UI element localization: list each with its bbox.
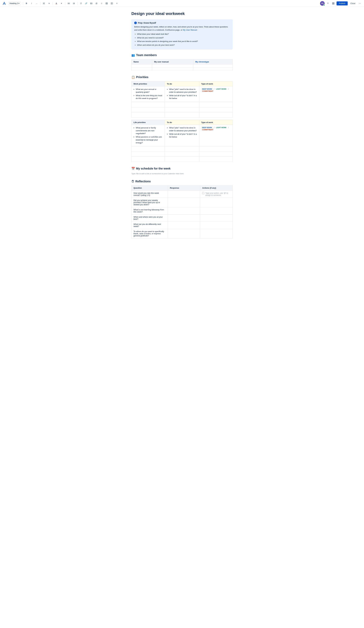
task-button[interactable]: ☑ bbox=[79, 1, 83, 5]
reflection-action-cell[interactable] bbox=[200, 229, 233, 238]
table-cell[interactable] bbox=[199, 157, 233, 162]
reflection-action-cell[interactable] bbox=[200, 207, 233, 215]
reflection-response-cell[interactable] bbox=[168, 207, 200, 215]
templates-button[interactable] bbox=[331, 1, 335, 5]
emoji-button[interactable]: ☺ bbox=[99, 1, 104, 5]
table-cell[interactable] bbox=[193, 64, 232, 67]
work-todo-cell[interactable]: What "jobs" need to be done in order to … bbox=[165, 86, 199, 102]
heading-selector[interactable]: Heading 2 ▾ bbox=[8, 1, 21, 5]
font-color-button[interactable]: A bbox=[54, 1, 59, 5]
table-cell[interactable] bbox=[199, 107, 233, 112]
life-todo-cell[interactable]: What "jobs" need to be done in order to … bbox=[165, 125, 199, 146]
deep-work-tag: DEEP WORK bbox=[201, 88, 213, 90]
image-button[interactable] bbox=[89, 1, 93, 5]
table-row[interactable]: What personal or family commitments are … bbox=[132, 125, 233, 146]
work-priorities-cell[interactable]: What are your annual or quarterly goals?… bbox=[132, 86, 165, 102]
reflection-action-cell[interactable]: Type your action, use '@' to assign to s… bbox=[200, 191, 233, 198]
table-cell[interactable] bbox=[199, 112, 233, 117]
reflection-response-cell[interactable] bbox=[168, 229, 200, 238]
checkbox-icon[interactable] bbox=[202, 192, 204, 194]
table-cell[interactable] bbox=[132, 146, 165, 152]
table-cell[interactable] bbox=[165, 112, 199, 117]
user-avatar[interactable]: CK bbox=[320, 1, 325, 6]
table-cell[interactable] bbox=[165, 102, 199, 107]
table-row[interactable]: How would you rate this week overall? (r… bbox=[132, 191, 233, 198]
align-button[interactable] bbox=[42, 1, 46, 5]
table-row[interactable] bbox=[132, 107, 233, 112]
table-cell[interactable] bbox=[132, 64, 152, 67]
table-cell[interactable] bbox=[132, 112, 165, 117]
more-format-button[interactable]: ··· bbox=[35, 1, 39, 5]
table-row[interactable] bbox=[132, 146, 233, 152]
layout-button[interactable] bbox=[110, 1, 114, 5]
table-cell[interactable] bbox=[199, 146, 233, 152]
reflection-action-cell[interactable] bbox=[200, 215, 233, 222]
user-manual-link[interactable]: My User Manual bbox=[183, 29, 197, 31]
reflection-response-cell[interactable] bbox=[168, 222, 200, 229]
chevron-align-button[interactable]: ▾ bbox=[47, 1, 51, 5]
table-cell[interactable] bbox=[165, 152, 199, 157]
table-row[interactable]: What can you do differently next week? bbox=[132, 222, 233, 229]
toolbar-separator-3 bbox=[53, 2, 53, 5]
reflections-col-question: Question bbox=[132, 185, 168, 191]
table-row[interactable] bbox=[132, 157, 233, 162]
table-row[interactable]: Did you achieve your weekly priorities? … bbox=[132, 198, 233, 207]
link-button[interactable]: 🔗 bbox=[84, 1, 88, 5]
life-type-cell[interactable]: DEEP WORK / LIGHT WORK / COMMITMENT bbox=[199, 125, 233, 146]
table-cell[interactable] bbox=[152, 67, 193, 70]
table-button[interactable] bbox=[104, 1, 109, 5]
table-row[interactable] bbox=[132, 64, 233, 67]
reflections-section: 🗒 Reflections Question Response Actions … bbox=[131, 180, 233, 238]
app-logo[interactable] bbox=[2, 1, 6, 5]
light-work-tag: LIGHT WORK bbox=[215, 88, 227, 90]
table-cell[interactable] bbox=[132, 152, 165, 157]
table-row[interactable]: What are your annual or quarterly goals?… bbox=[132, 86, 233, 102]
work-type-cell[interactable]: DEEP WORK / LIGHT WORK / COMMITMENT bbox=[199, 86, 233, 102]
table-cell[interactable] bbox=[165, 157, 199, 162]
reflection-action-cell[interactable] bbox=[200, 222, 233, 229]
font-chevron-button[interactable]: ▾ bbox=[59, 1, 64, 5]
page-title[interactable]: Design your ideal workweek bbox=[131, 11, 233, 16]
table-row[interactable]: When and where were you at your best? bbox=[132, 215, 233, 222]
life-priorities-cell[interactable]: What personal or family commitments are … bbox=[132, 125, 165, 146]
table-cell[interactable] bbox=[199, 102, 233, 107]
table-cell[interactable] bbox=[199, 152, 233, 157]
plus-insert-button[interactable]: + bbox=[115, 1, 119, 5]
mention-button[interactable]: @ bbox=[94, 1, 98, 5]
schedule-hint[interactable]: Type /file to add a link or screenshot t… bbox=[131, 172, 233, 175]
table-cell[interactable] bbox=[132, 157, 165, 162]
reflection-action-cell[interactable] bbox=[200, 198, 233, 207]
table-cell[interactable] bbox=[132, 67, 152, 70]
publish-button[interactable]: Publish bbox=[337, 1, 348, 5]
table-cell[interactable] bbox=[132, 107, 165, 112]
bold-button[interactable]: B bbox=[24, 1, 29, 5]
light-work-tag-2: LIGHT WORK bbox=[215, 126, 227, 129]
table-row[interactable] bbox=[132, 67, 233, 70]
col-chronotype: My chronotype bbox=[193, 59, 232, 64]
table-cell[interactable] bbox=[152, 64, 193, 67]
list-item: What are your annual or quarterly goals? bbox=[136, 88, 163, 94]
avatar-status-badge bbox=[323, 4, 325, 6]
table-cell[interactable] bbox=[165, 146, 199, 152]
table-cell[interactable] bbox=[165, 107, 199, 112]
more-menu-button[interactable]: ··· bbox=[358, 1, 362, 5]
work-col-type: Type of work bbox=[199, 81, 233, 86]
reflection-response-cell[interactable] bbox=[168, 198, 200, 207]
bullet-list-button[interactable] bbox=[67, 1, 71, 5]
numbered-list-button[interactable]: 1.2.3. bbox=[72, 1, 76, 5]
reflection-response-cell[interactable] bbox=[168, 191, 200, 198]
reflection-response-cell[interactable] bbox=[168, 215, 200, 222]
italic-button[interactable]: I bbox=[29, 1, 34, 5]
table-cell[interactable] bbox=[193, 67, 232, 70]
table-row[interactable] bbox=[132, 112, 233, 117]
table-row[interactable] bbox=[132, 152, 233, 157]
table-row[interactable]: To whom do you want to specifically than… bbox=[132, 229, 233, 238]
info-box-title: i Prep: Know thyself bbox=[134, 22, 230, 24]
table-row[interactable]: What is one learning takeaway from this … bbox=[132, 207, 233, 215]
schedule-section: 📅 My schedule for the week Type /file to… bbox=[131, 167, 233, 175]
add-collaborator-button[interactable]: + bbox=[326, 1, 330, 5]
table-cell[interactable] bbox=[132, 102, 165, 107]
close-button[interactable]: Close bbox=[349, 1, 357, 5]
table-row[interactable] bbox=[132, 102, 233, 107]
work-priorities-table: Work priorities To do Type of work What … bbox=[131, 81, 233, 117]
